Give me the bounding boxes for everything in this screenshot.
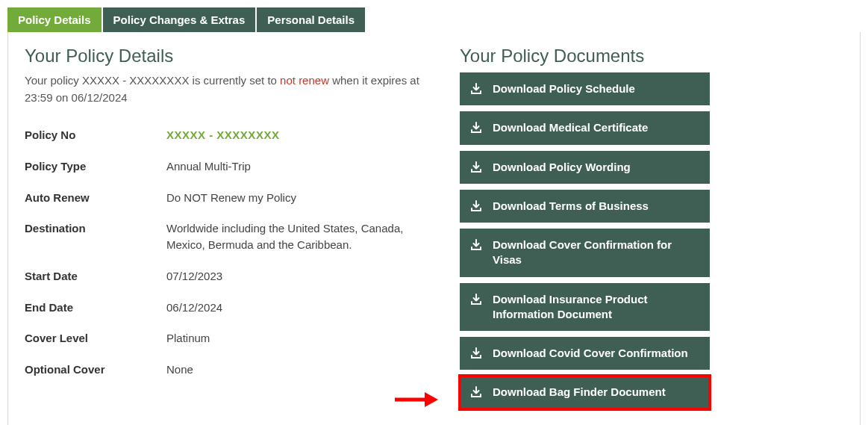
download-icon bbox=[470, 161, 482, 173]
download-button-label: Download Medical Certificate bbox=[493, 120, 648, 135]
policy-field-value: Platinum bbox=[166, 330, 210, 347]
download-button-label: Download Bag Finder Document bbox=[493, 385, 666, 400]
policy-field-row: Policy TypeAnnual Multi-Trip bbox=[25, 151, 431, 182]
policy-field-label: Policy Type bbox=[25, 158, 166, 175]
policy-field-row: DestinationWorldwide including the Unite… bbox=[25, 213, 431, 261]
tab-personal-details[interactable]: Personal Details bbox=[257, 7, 365, 32]
policy-field-value: Worldwide including the United States, C… bbox=[166, 220, 431, 253]
policy-documents-heading: Your Policy Documents bbox=[460, 46, 710, 66]
policy-field-label: End Date bbox=[25, 300, 166, 316]
policy-field-value: 06/12/2024 bbox=[166, 300, 222, 316]
policy-field-row: Auto RenewDo NOT Renew my Policy bbox=[25, 182, 431, 214]
download-icon bbox=[470, 347, 482, 359]
download-icon bbox=[470, 239, 482, 251]
policy-field-row: End Date06/12/2024 bbox=[25, 292, 431, 323]
policy-field-value: 07/12/2023 bbox=[166, 268, 222, 285]
policy-details-section: Your Policy Details Your policy XXXXX - … bbox=[25, 46, 439, 415]
policy-field-value: XXXXX - XXXXXXXX bbox=[166, 127, 279, 143]
download-button-label: Download Policy Schedule bbox=[493, 81, 635, 96]
download-button-label: Download Covid Cover Confirmation bbox=[493, 346, 688, 361]
tab-label: Personal Details bbox=[267, 13, 355, 26]
intro-not-renew: not renew bbox=[280, 74, 329, 87]
download-icon bbox=[470, 83, 482, 95]
download-button-download-covid-cover-confirmation[interactable]: Download Covid Cover Confirmation bbox=[460, 337, 710, 370]
policy-field-label: Policy No bbox=[25, 127, 166, 143]
intro-prefix: Your policy XXXXX - XXXXXXXX is currentl… bbox=[25, 74, 277, 87]
download-icon bbox=[470, 122, 482, 134]
download-button-label: Download Cover Confirmation for Visas bbox=[493, 238, 699, 268]
document-buttons-list: Download Policy ScheduleDownload Medical… bbox=[460, 72, 710, 409]
tab-policy-changes-extras[interactable]: Policy Changes & Extras bbox=[103, 7, 256, 32]
policy-field-row: Cover LevelPlatinum bbox=[25, 323, 431, 354]
policy-details-heading: Your Policy Details bbox=[25, 46, 431, 66]
policy-field-value: Annual Multi-Trip bbox=[166, 158, 251, 175]
download-button-label: Download Policy Wording bbox=[493, 160, 631, 175]
policy-intro-text: Your policy XXXXX - XXXXXXXX is currentl… bbox=[25, 72, 431, 106]
policy-documents-section: Your Policy Documents Download Policy Sc… bbox=[460, 46, 710, 415]
policy-field-label: Start Date bbox=[25, 268, 166, 285]
policy-field-value: Do NOT Renew my Policy bbox=[166, 190, 296, 206]
tab-label: Policy Changes & Extras bbox=[113, 13, 246, 26]
download-button-download-cover-confirmation-for-visas[interactable]: Download Cover Confirmation for Visas bbox=[460, 229, 710, 277]
download-button-label: Download Terms of Business bbox=[493, 199, 649, 214]
download-button-download-policy-wording[interactable]: Download Policy Wording bbox=[460, 151, 710, 184]
download-button-download-terms-of-business[interactable]: Download Terms of Business bbox=[460, 190, 710, 223]
tab-label: Policy Details bbox=[18, 13, 91, 26]
policy-field-label: Auto Renew bbox=[25, 190, 166, 206]
policy-field-label: Cover Level bbox=[25, 330, 166, 347]
policy-field-row: Start Date07/12/2023 bbox=[25, 261, 431, 292]
policy-details-panel: Your Policy Details Your policy XXXXX - … bbox=[7, 32, 861, 425]
download-button-download-insurance-product-information-document[interactable]: Download Insurance Product Information D… bbox=[460, 283, 710, 332]
tab-strip: Policy DetailsPolicy Changes & ExtrasPer… bbox=[7, 7, 861, 32]
policy-field-value: None bbox=[166, 362, 193, 378]
download-icon bbox=[470, 386, 482, 398]
download-button-download-bag-finder-document[interactable]: Download Bag Finder Document bbox=[460, 376, 710, 409]
policy-field-row: Policy NoXXXXX - XXXXXXXX bbox=[25, 120, 431, 151]
policy-fields-list: Policy NoXXXXX - XXXXXXXXPolicy TypeAnnu… bbox=[25, 120, 431, 385]
download-icon bbox=[470, 294, 482, 305]
policy-field-label: Optional Cover bbox=[25, 362, 166, 378]
download-button-download-policy-schedule[interactable]: Download Policy Schedule bbox=[460, 72, 710, 105]
tab-policy-details[interactable]: Policy Details bbox=[7, 7, 102, 32]
download-icon bbox=[470, 200, 482, 212]
download-button-label: Download Insurance Product Information D… bbox=[493, 292, 699, 323]
policy-field-label: Destination bbox=[25, 220, 166, 253]
download-button-download-medical-certificate[interactable]: Download Medical Certificate bbox=[460, 111, 710, 144]
policy-field-row: Optional CoverNone bbox=[25, 354, 431, 385]
